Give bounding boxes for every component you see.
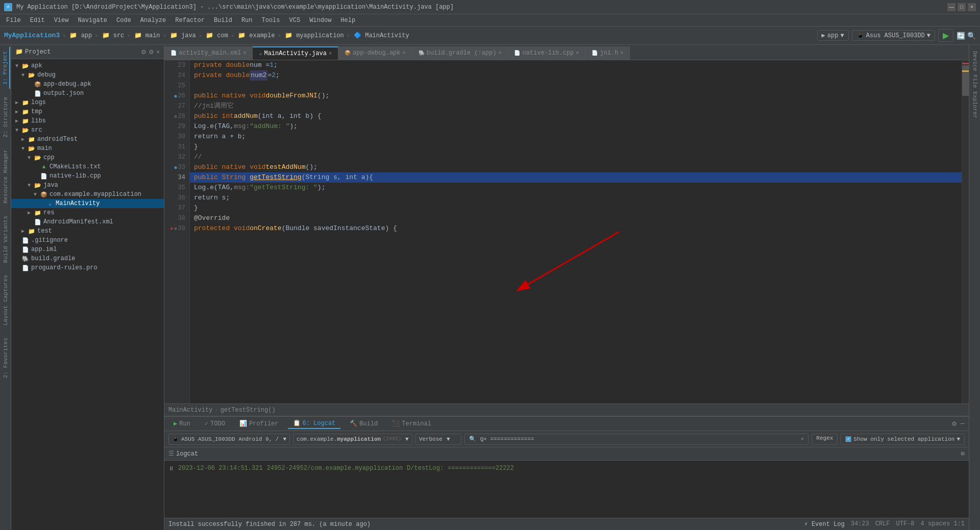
layout-captures-icon[interactable]: Layout Captures bbox=[2, 271, 10, 330]
project-close-icon[interactable]: × bbox=[156, 48, 160, 56]
breadcrumb-mainactivity[interactable]: MainActivity bbox=[168, 407, 212, 414]
menu-help[interactable]: Help bbox=[336, 16, 359, 25]
tree-item-apk[interactable]: ▼ 📂 apk bbox=[11, 61, 164, 70]
toolbar-breadcrumb-src[interactable]: 📁 src bbox=[102, 32, 125, 39]
tree-item-proguard[interactable]: 📄 proguard-rules.pro bbox=[11, 263, 164, 272]
tab-close-build-gradle[interactable]: × bbox=[498, 51, 501, 56]
structure-tab-icon[interactable]: Z: Structure bbox=[2, 93, 10, 141]
tree-item-nativelib-cpp[interactable]: 📄 native-lib.cpp bbox=[11, 171, 164, 181]
menu-refactor[interactable]: Refactor bbox=[171, 16, 209, 25]
tree-item-cmakelists[interactable]: ▲ CMakeLists.txt bbox=[11, 162, 164, 171]
bottom-tab-todo[interactable]: ✓ TODO bbox=[200, 419, 230, 428]
tree-item-buildgradle[interactable]: 🐘 build.gradle bbox=[11, 254, 164, 263]
menu-view[interactable]: View bbox=[50, 16, 73, 25]
build-variants-icon[interactable]: Build Variants bbox=[2, 212, 10, 267]
toolbar-breadcrumb-com[interactable]: 📁 com bbox=[206, 32, 228, 39]
show-selected-app-btn[interactable]: ✓ Show only selected application ▼ bbox=[841, 434, 965, 445]
panel-settings-btn[interactable]: ⚙ bbox=[952, 419, 956, 428]
tab-close-activity-main[interactable]: × bbox=[243, 51, 246, 56]
tree-item-test[interactable]: ▶ 📁 test bbox=[11, 226, 164, 236]
scroll-thumb[interactable] bbox=[962, 65, 969, 96]
toolbar-breadcrumb-app[interactable]: 📁 app bbox=[69, 32, 92, 39]
maximize-button[interactable]: □ bbox=[958, 3, 966, 11]
menu-file[interactable]: File bbox=[2, 16, 25, 25]
sync-button[interactable]: 🔄 bbox=[957, 32, 965, 40]
tree-item-src[interactable]: ▼ 📂 src bbox=[11, 125, 164, 135]
tree-item-androidmanifest[interactable]: 📄 AndroidManifest.xml bbox=[11, 217, 164, 226]
bottom-tab-run[interactable]: ▶ Run bbox=[168, 419, 195, 428]
toolbar-breadcrumb-example[interactable]: 📁 example bbox=[238, 32, 275, 39]
bottom-tab-terminal[interactable]: ⬛ Terminal bbox=[387, 419, 436, 428]
tab-close-jni-h[interactable]: × bbox=[620, 51, 623, 56]
tree-item-libs[interactable]: ▶ 📁 libs bbox=[11, 116, 164, 125]
logcat-search-clear[interactable]: × bbox=[801, 436, 804, 442]
panel-minimize-btn[interactable]: — bbox=[961, 419, 965, 428]
tab-mainactivity-java[interactable]: ☕ MainActivity.java × bbox=[253, 46, 338, 60]
search-everywhere-button[interactable]: 🔍 bbox=[967, 32, 976, 40]
menu-analyze[interactable]: Analyze bbox=[136, 16, 170, 25]
tree-item-gitignore[interactable]: 📄 .gitignore bbox=[11, 236, 164, 245]
tree-item-cpp[interactable]: ▼ 📂 cpp bbox=[11, 153, 164, 162]
logcat-verbose-dropdown[interactable]: Verbose ▼ bbox=[415, 434, 461, 445]
logcat-content[interactable]: ⏸ 2023-12-06 23:14:51.321 24952-24952/co… bbox=[164, 461, 969, 518]
project-tab-icon[interactable]: 1: Project bbox=[1, 47, 10, 89]
tree-item-appiml[interactable]: 📄 app.iml bbox=[11, 245, 164, 254]
toolbar-breadcrumb-myapplication[interactable]: 📁 myapplication bbox=[285, 32, 344, 39]
line-num-31: 31 bbox=[164, 142, 189, 152]
menu-code[interactable]: Code bbox=[112, 16, 135, 25]
tree-item-main[interactable]: ▼ 📂 main bbox=[11, 144, 164, 153]
tab-close-app-debug[interactable]: × bbox=[403, 51, 406, 56]
project-sync-icon[interactable]: ⚙ bbox=[141, 48, 146, 56]
tree-item-package[interactable]: ▼ 📦 com.example.myapplication bbox=[11, 190, 164, 199]
logcat-table-icon[interactable]: ⊞ bbox=[961, 450, 965, 458]
status-line-ending[interactable]: CRLF bbox=[875, 520, 890, 528]
tree-item-mainactivity[interactable]: ☕ MainActivity bbox=[11, 199, 164, 208]
menu-tools[interactable]: Tools bbox=[258, 16, 284, 25]
tree-item-debug[interactable]: ▼ 📂 debug bbox=[11, 70, 164, 80]
resource-manager-icon[interactable]: Resource Manager bbox=[2, 145, 10, 208]
tree-item-java[interactable]: ▼ 📂 java bbox=[11, 181, 164, 190]
menu-window[interactable]: Window bbox=[305, 16, 335, 25]
run-button[interactable]: ▶ bbox=[938, 29, 953, 42]
logcat-regex-btn[interactable]: Regex bbox=[812, 434, 838, 445]
tab-activity-main-xml[interactable]: 📄 activity_main.xml × bbox=[164, 46, 253, 60]
tree-item-logs[interactable]: ▶ 📁 logs bbox=[11, 98, 164, 107]
menu-navigate[interactable]: Navigate bbox=[74, 16, 111, 25]
tab-close-native-lib[interactable]: × bbox=[576, 51, 579, 56]
breadcrumb-getteststring[interactable]: getTestString() bbox=[220, 407, 276, 414]
status-event-log[interactable]: ⚡ Event Log bbox=[804, 520, 844, 528]
logcat-device-dropdown[interactable]: 📱 ASUS ASUS_I003DD Android 9, / ▼ bbox=[168, 434, 290, 445]
device-file-explorer-icon[interactable]: Device File Explorer bbox=[971, 47, 979, 122]
code-content[interactable]: private double num = 1; private double n… bbox=[190, 60, 962, 403]
minimize-button[interactable]: — bbox=[947, 3, 955, 11]
status-encoding[interactable]: UTF-8 bbox=[896, 520, 915, 528]
minimap-scrollbar[interactable] bbox=[962, 60, 969, 403]
toolbar-breadcrumb-java[interactable]: 📁 java bbox=[170, 32, 196, 39]
tree-item-res[interactable]: ▶ 📁 res bbox=[11, 208, 164, 217]
close-button[interactable]: × bbox=[968, 3, 976, 11]
run-config-selector[interactable]: ▶app▼ bbox=[817, 30, 849, 41]
tab-native-lib-cpp[interactable]: 📄 native-lib.cpp × bbox=[508, 46, 585, 60]
tree-item-androidtest[interactable]: ▶ 📁 androidTest bbox=[11, 135, 164, 144]
bottom-tab-profiler[interactable]: 📊 Profiler bbox=[234, 419, 284, 428]
menu-run[interactable]: Run bbox=[237, 16, 257, 25]
tree-item-tmp[interactable]: ▶ 📁 tmp bbox=[11, 107, 164, 116]
device-selector[interactable]: 📱Asus ASUS_I003DD▼ bbox=[852, 30, 935, 41]
bottom-tab-logcat[interactable]: 📋 6: Logcat bbox=[288, 418, 341, 429]
bottom-tab-build[interactable]: 🔨 Build bbox=[345, 419, 383, 428]
tab-close-mainactivity[interactable]: × bbox=[329, 51, 332, 57]
favorites-icon[interactable]: 2: Favorites bbox=[2, 334, 10, 382]
status-indent[interactable]: 4 spaces 1:1 bbox=[921, 520, 965, 528]
tab-app-debug-apk[interactable]: 📦 app-debug.apk × bbox=[338, 46, 412, 60]
menu-vcs[interactable]: VCS bbox=[285, 16, 305, 25]
menu-edit[interactable]: Edit bbox=[26, 16, 49, 25]
tree-item-output-json[interactable]: 📄 output.json bbox=[11, 89, 164, 98]
tree-item-apk-file[interactable]: 📦 app-debug.apk bbox=[11, 80, 164, 89]
tab-jni-h[interactable]: 📄 jni.h × bbox=[585, 46, 630, 60]
tab-build-gradle[interactable]: 🐘 build.gradle (:app) × bbox=[412, 46, 508, 60]
toolbar-breadcrumb-main[interactable]: 📁 main bbox=[134, 32, 160, 39]
logcat-package-dropdown[interactable]: com.example.myapplication (2495) ▼ bbox=[293, 434, 412, 445]
menu-build[interactable]: Build bbox=[210, 16, 236, 25]
project-settings-icon[interactable]: ⚙ bbox=[149, 48, 154, 56]
toolbar-breadcrumb-mainactivity[interactable]: 🔷 MainActivity bbox=[354, 32, 409, 39]
